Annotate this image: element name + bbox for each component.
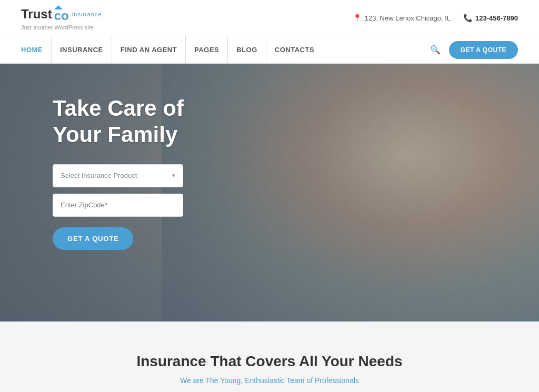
search-icon[interactable]: 🔍 (430, 45, 441, 55)
chevron-down-icon: ▾ (172, 172, 175, 179)
get-quote-nav-button[interactable]: GET A QOUTE (449, 41, 518, 59)
logo-trust: Trust (21, 7, 52, 22)
phone-block[interactable]: 📞 123-456-7890 (463, 14, 518, 22)
phone-icon: 📞 (463, 14, 472, 22)
hero-title-line1: Take Care of (53, 96, 184, 120)
nav-item-home[interactable]: HOME (21, 36, 52, 64)
top-bar-right: 📍 123, New Lenox Chicago, IL 📞 123-456-7… (353, 14, 518, 22)
zipcode-input[interactable] (53, 194, 183, 217)
insurance-section: Insurance That Covers All Your Needs We … (0, 321, 539, 392)
hero-title-line2: Your Family (53, 122, 177, 147)
nav-items: HOME INSURANCE FIND AN AGENT PAGES BLOG … (21, 36, 430, 64)
section-subtitle: We are The Young, Enthusiastic Team of P… (21, 376, 518, 385)
nav-item-blog[interactable]: BLOG (228, 36, 266, 64)
logo: Trust co insurance Just another WordPres… (21, 5, 102, 31)
nav-item-pages[interactable]: PAGES (186, 36, 228, 64)
select-placeholder: Select Insurance Product (61, 172, 137, 179)
nav-item-find-agent[interactable]: FIND AN AGENT (112, 36, 186, 64)
location-icon: 📍 (353, 14, 362, 22)
address-text: 123, New Lenox Chicago, IL (365, 14, 451, 22)
nav-item-insurance[interactable]: INSURANCE (52, 36, 112, 64)
logo-co: co (54, 8, 69, 23)
phone-number: 123-456-7890 (475, 14, 518, 22)
insurance-product-select[interactable]: Select Insurance Product ▾ (53, 164, 183, 187)
logo-tagline: Just another WordPress site (21, 24, 102, 31)
hero-title: Take Care of Your Family (53, 95, 253, 148)
main-nav: HOME INSURANCE FIND AN AGENT PAGES BLOG … (0, 36, 539, 64)
hero-section: Take Care of Your Family Select Insuranc… (0, 64, 539, 321)
top-bar: Trust co insurance Just another WordPres… (0, 0, 539, 36)
get-quote-hero-button[interactable]: GET A QUOTE (53, 227, 133, 250)
logo-insurance: insurance (72, 11, 102, 17)
hero-content: Take Care of Your Family Select Insuranc… (0, 64, 253, 250)
nav-item-contacts[interactable]: CONTACTS (266, 36, 323, 64)
address-block: 📍 123, New Lenox Chicago, IL (353, 14, 451, 22)
section-title: Insurance That Covers All Your Needs (21, 353, 518, 370)
